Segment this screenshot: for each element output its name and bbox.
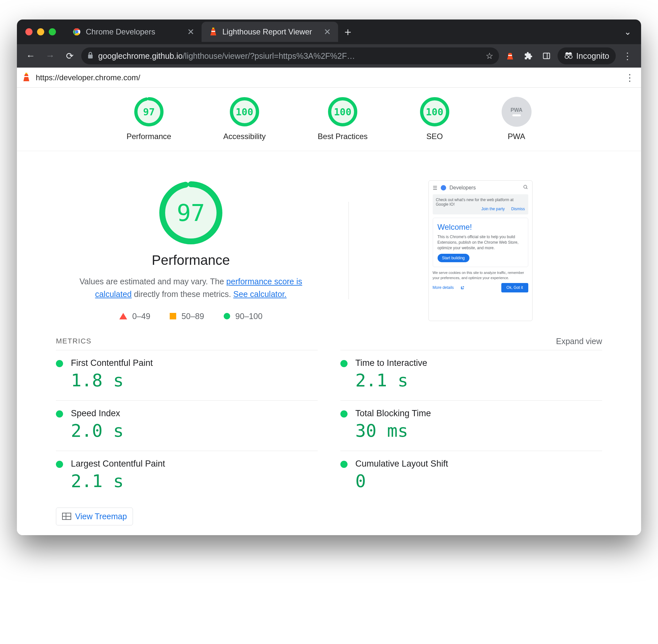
lighthouse-extension-icon[interactable] bbox=[503, 49, 517, 63]
pass-dot-icon bbox=[56, 461, 63, 468]
svg-line-23 bbox=[526, 188, 527, 189]
treemap-icon bbox=[62, 513, 71, 520]
pass-dot-icon bbox=[341, 461, 348, 468]
performance-section: 97 Performance Values are estimated and … bbox=[17, 151, 641, 331]
extensions-icon[interactable] bbox=[521, 49, 535, 63]
pass-dot-icon bbox=[56, 360, 63, 367]
new-tab-button[interactable]: ＋ bbox=[340, 24, 356, 40]
tab-strip: Chrome Developers ✕ Lighthouse Report Vi… bbox=[17, 20, 641, 44]
metric-tbt: Total Blocking Time30 ms bbox=[341, 400, 602, 451]
pass-dot-icon bbox=[341, 410, 348, 417]
external-link-icon bbox=[460, 286, 464, 290]
svg-rect-5 bbox=[508, 55, 512, 56]
tested-url: https://developer.chrome.com/ bbox=[36, 73, 140, 82]
incognito-indicator[interactable]: Incognito bbox=[557, 47, 616, 64]
performance-heading: Performance bbox=[152, 252, 230, 268]
tab-chrome-developers[interactable]: Chrome Developers ✕ bbox=[65, 22, 201, 42]
metric-tti: Time to Interactive2.1 s bbox=[341, 350, 602, 400]
metric-cls: Cumulative Layout Shift0 bbox=[341, 451, 602, 501]
svg-rect-3 bbox=[212, 28, 214, 29]
page-screenshot-thumbnail: ☰ Developers Check out what's new for th… bbox=[429, 180, 532, 321]
vertical-divider bbox=[349, 202, 349, 299]
browser-window: Chrome Developers ✕ Lighthouse Report Vi… bbox=[17, 20, 641, 535]
chrome-icon bbox=[440, 185, 446, 191]
svg-rect-4 bbox=[88, 54, 93, 59]
lighthouse-icon bbox=[23, 73, 31, 83]
svg-point-1 bbox=[75, 30, 78, 33]
metrics-heading: METRICS bbox=[56, 337, 92, 345]
tab-list-chevron-icon[interactable]: ⌄ bbox=[620, 27, 636, 37]
incognito-label: Incognito bbox=[576, 51, 609, 61]
close-window-icon[interactable] bbox=[25, 28, 32, 36]
forward-button[interactable]: → bbox=[42, 48, 58, 64]
maximize-window-icon[interactable] bbox=[49, 28, 56, 36]
lock-icon bbox=[87, 51, 94, 61]
report-menu-icon[interactable]: ⋮ bbox=[625, 72, 635, 83]
metric-fcp: First Contentful Paint1.8 s bbox=[56, 350, 317, 400]
gauge-seo[interactable]: 100 SEO bbox=[420, 97, 449, 141]
gauge-performance[interactable]: 97 Performance bbox=[127, 97, 171, 141]
see-calculator-link[interactable]: See calculator. bbox=[234, 290, 287, 299]
bookmark-star-icon[interactable]: ☆ bbox=[486, 51, 493, 61]
browser-toolbar: ← → ⟳ googlechrome.github.io/lighthouse/… bbox=[17, 44, 641, 68]
browser-menu-icon[interactable]: ⋮ bbox=[620, 48, 635, 64]
page-content: https://developer.chrome.com/ ⋮ 97 Perfo… bbox=[17, 68, 641, 535]
performance-big-gauge: 97 bbox=[158, 180, 223, 245]
minimize-window-icon[interactable] bbox=[37, 28, 44, 36]
omnibox[interactable]: googlechrome.github.io/lighthouse/viewer… bbox=[81, 47, 499, 64]
pass-dot-icon bbox=[56, 410, 63, 417]
metric-lcp: Largest Contentful Paint2.1 s bbox=[56, 451, 317, 501]
omnibox-url: googlechrome.github.io/lighthouse/viewer… bbox=[98, 51, 481, 61]
chrome-icon bbox=[72, 27, 81, 37]
metric-speed-index: Speed Index2.0 s bbox=[56, 400, 317, 451]
back-button[interactable]: ← bbox=[23, 48, 38, 64]
pass-dot-icon bbox=[341, 360, 348, 367]
search-icon bbox=[523, 185, 528, 191]
svg-point-8 bbox=[565, 55, 568, 59]
circle-icon bbox=[224, 313, 230, 319]
svg-rect-10 bbox=[24, 76, 28, 77]
svg-point-22 bbox=[524, 185, 527, 188]
reload-button[interactable]: ⟳ bbox=[62, 48, 78, 64]
close-tab-icon[interactable]: ✕ bbox=[187, 27, 194, 37]
tab-label: Lighthouse Report Viewer bbox=[222, 27, 312, 37]
svg-point-20 bbox=[162, 184, 219, 242]
view-treemap-button[interactable]: View Treemap bbox=[56, 508, 133, 525]
svg-rect-2 bbox=[211, 31, 215, 32]
gauge-best-practices[interactable]: 100 Best Practices bbox=[317, 97, 367, 141]
square-icon bbox=[170, 313, 176, 319]
score-summary: 97 Performance 100 Accessibility 100 Bes… bbox=[17, 88, 641, 151]
tabs: Chrome Developers ✕ Lighthouse Report Vi… bbox=[65, 20, 620, 44]
tab-label: Chrome Developers bbox=[86, 27, 155, 37]
gauge-pwa[interactable]: PWA PWA bbox=[502, 97, 531, 141]
svg-point-21 bbox=[440, 185, 446, 191]
expand-view-toggle[interactable]: Expand view bbox=[556, 337, 602, 346]
close-tab-icon[interactable]: ✕ bbox=[324, 27, 331, 37]
svg-point-9 bbox=[569, 55, 572, 59]
score-legend: 0–49 50–89 90–100 bbox=[119, 312, 263, 321]
triangle-icon bbox=[119, 313, 127, 319]
lighthouse-icon bbox=[209, 27, 218, 37]
menu-icon: ☰ bbox=[433, 185, 437, 191]
window-controls bbox=[25, 28, 56, 36]
tab-lighthouse-viewer[interactable]: Lighthouse Report Viewer ✕ bbox=[201, 22, 338, 42]
lighthouse-topbar: https://developer.chrome.com/ ⋮ bbox=[17, 68, 641, 88]
svg-rect-6 bbox=[543, 53, 550, 59]
metrics-section: METRICS Expand view First Contentful Pai… bbox=[17, 331, 641, 535]
svg-rect-11 bbox=[25, 73, 27, 74]
gauge-accessibility[interactable]: 100 Accessibility bbox=[223, 97, 266, 141]
side-panel-icon[interactable] bbox=[539, 49, 554, 63]
incognito-icon bbox=[564, 51, 573, 61]
performance-description: Values are estimated and may vary. The p… bbox=[77, 275, 305, 301]
